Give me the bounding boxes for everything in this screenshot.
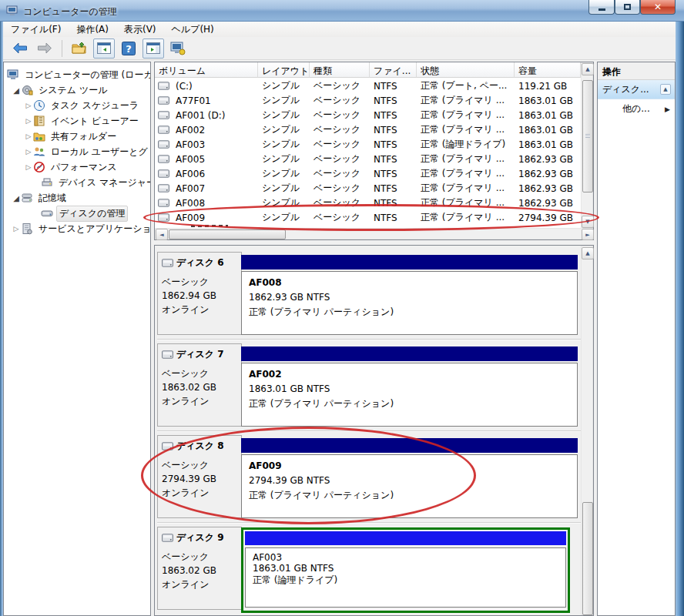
column-header-volume[interactable]: ボリューム: [155, 62, 258, 78]
disk-pane-vscrollbar[interactable]: ▲: [581, 246, 593, 615]
tree-item-performance[interactable]: ▷ パフォーマンス: [24, 159, 119, 175]
expander-collapsed-icon[interactable]: ▷: [24, 132, 33, 140]
column-header-layout[interactable]: レイアウト: [258, 62, 310, 78]
cell-volume: (C:): [172, 81, 258, 92]
cell-volume: AF002: [172, 125, 258, 136]
tree-item-computer-management[interactable]: コンピューターの管理 (ローカ: [7, 67, 151, 82]
tree-item-event-viewer[interactable]: ▷ イベント ビューアー: [24, 113, 141, 129]
cell-fs: NTFS: [370, 198, 417, 209]
menu-view[interactable]: 表示(V): [116, 22, 164, 38]
help-button[interactable]: ?: [118, 38, 139, 59]
column-header-status[interactable]: 状態: [417, 62, 515, 78]
volume-row[interactable]: (C:) シンプル ベーシック NTFS 正常 (ブート, ペー... 119.…: [155, 79, 581, 93]
disk7-partition[interactable]: AF002 1863.01 GB NTFS 正常 (プライマリ パーティション): [241, 363, 578, 427]
disk-name: ディスク 8: [176, 440, 224, 453]
open-button[interactable]: [69, 38, 90, 59]
disk8-partition[interactable]: AF009 2794.39 GB NTFS 正常 (プライマリ パーティション): [241, 454, 578, 518]
volume-row[interactable]: AF002 シンプル ベーシック NTFS 正常 (プライマリ ... 1863…: [155, 122, 581, 137]
toggle-console-tree-button[interactable]: [93, 38, 115, 59]
volume-row[interactable]: AF003 シンプル ベーシック NTFS 正常 (論理ドライブ) 1863.0…: [155, 137, 581, 152]
disk-type: ベーシック: [162, 458, 238, 472]
expander-collapsed-icon[interactable]: ▷: [12, 225, 21, 233]
disk8-info-box[interactable]: ディスク 8 ベーシック 2794.39 GB オンライン: [157, 435, 242, 518]
properties-button[interactable]: [167, 38, 189, 59]
scroll-up-button[interactable]: ▲: [582, 247, 594, 259]
actions-section-label: ディスク...: [598, 83, 649, 96]
scroll-down-button[interactable]: ▼: [582, 216, 594, 228]
volume-row[interactable]: AF005 シンプル ベーシック NTFS 正常 (プライマリ ... 1862…: [155, 152, 581, 166]
tree-item-storage[interactable]: ◢ 記憶域: [12, 190, 69, 206]
scroll-thumb[interactable]: [582, 502, 593, 615]
disk6-info-box[interactable]: ディスク 6 ベーシック 1862.94 GB オンライン: [157, 252, 242, 335]
scroll-right-button[interactable]: ►: [582, 229, 594, 240]
expander-collapsed-icon[interactable]: ▷: [24, 102, 33, 109]
toggle-action-pane-button[interactable]: [142, 38, 164, 59]
window-title: コンピューターの管理: [23, 5, 117, 18]
cell-type: ベーシック: [310, 79, 370, 92]
volume-row[interactable]: AF007 シンプル ベーシック NTFS 正常 (プライマリ ... 1862…: [155, 181, 581, 196]
app-icon: [6, 5, 18, 17]
volume-row[interactable]: AF008 シンプル ベーシック NTFS 正常 (プライマリ ... 1862…: [155, 196, 581, 210]
volume-row[interactable]: AF006 シンプル ベーシック NTFS 正常 (プライマリ ... 1862…: [155, 166, 581, 181]
partition-label: AF002: [249, 367, 577, 382]
column-header-type[interactable]: 種類: [310, 62, 370, 78]
disk-type: ベーシック: [162, 275, 238, 289]
expander-expanded-icon[interactable]: ◢: [12, 86, 21, 95]
menu-file[interactable]: ファイル(F): [3, 22, 69, 38]
volume-row-af009[interactable]: AF009 シンプル ベーシック NTFS 正常 (プライマリ ... 2794…: [155, 210, 581, 225]
column-header-capacity[interactable]: 容量: [515, 62, 581, 78]
tree-item-local-users-groups[interactable]: ▷ ローカル ユーザーとグ: [24, 144, 150, 159]
tree-item-device-manager[interactable]: デバイス マネージャー: [41, 175, 151, 190]
cell-fs: NTFS: [370, 154, 417, 165]
scroll-left-button[interactable]: ◄: [156, 229, 168, 240]
partition-size: 1862.93 GB NTFS: [249, 290, 577, 305]
expander-expanded-icon[interactable]: ◢: [12, 194, 21, 203]
close-button[interactable]: ✕: [640, 0, 676, 15]
maximize-button[interactable]: [615, 0, 640, 15]
scroll-thumb[interactable]: [169, 229, 286, 239]
expander-collapsed-icon[interactable]: ▷: [24, 117, 33, 125]
tree-item-shared-folders[interactable]: ▷ 共有フォルダー: [24, 129, 119, 144]
console-tree-icon: [97, 42, 111, 54]
collapse-section-icon[interactable]: ▲: [660, 84, 671, 95]
back-button[interactable]: [9, 38, 31, 59]
tree-item-services-applications[interactable]: ▷ サービスとアプリケーショ: [12, 221, 151, 236]
disk6-partition[interactable]: AF008 1862.93 GB NTFS 正常 (プライマリ パーティション): [241, 271, 578, 335]
actions-more-item[interactable]: 他の... ▶: [598, 99, 675, 119]
tree-item-system-tools[interactable]: ◢ システム ツール: [12, 82, 110, 98]
toolbar: ?: [3, 37, 676, 60]
cell-capacity: 1863.01 GB: [515, 139, 581, 150]
scroll-up-button[interactable]: ▲: [582, 63, 594, 75]
disk-size: 1863.02 GB: [162, 564, 238, 578]
cell-layout: シンプル: [258, 211, 310, 224]
volume-list-hscrollbar[interactable]: ◄ ►: [155, 228, 593, 239]
menu-action[interactable]: 操作(A): [69, 22, 116, 38]
actions-section-disk-management[interactable]: ディスク... ▲: [598, 80, 675, 99]
title-bar[interactable]: コンピューターの管理 ✕: [0, 0, 684, 22]
tree-label: サービスとアプリケーショ: [36, 222, 151, 236]
volume-row[interactable]: A77F01 シンプル ベーシック NTFS 正常 (プライマリ ... 186…: [155, 93, 581, 108]
minimize-button[interactable]: [588, 0, 615, 15]
cell-capacity: 1863.01 GB: [515, 110, 581, 121]
cell-capacity: 119.21 GB: [515, 81, 581, 92]
expander-collapsed-icon[interactable]: ▷: [24, 163, 33, 171]
disk9-partition[interactable]: AF003 1863.01 GB NTFS 正常 (論理ドライブ): [245, 547, 566, 608]
column-header-fs[interactable]: ファイ...: [370, 62, 417, 78]
menu-bar: ファイル(F) 操作(A) 表示(V) ヘルプ(H): [3, 22, 676, 37]
partition-status: 正常 (プライマリ パーティション): [249, 488, 577, 503]
volume-row[interactable]: AF001 (D:) シンプル ベーシック NTFS 正常 (プライマリ ...…: [155, 108, 581, 122]
disk-name: ディスク 9: [176, 531, 224, 544]
scroll-thumb[interactable]: [582, 80, 593, 192]
cell-type: ベーシック: [310, 211, 370, 224]
tree-item-task-scheduler[interactable]: ▷ タスク スケジューラ: [24, 98, 141, 113]
actions-more-label: 他の...: [598, 102, 650, 116]
tree-item-disk-management[interactable]: ディスクの管理: [41, 206, 128, 221]
back-arrow-icon: [12, 42, 28, 54]
disk9-info-box[interactable]: ディスク 9 ベーシック 1863.02 GB オンライン: [157, 527, 242, 610]
expander-collapsed-icon[interactable]: ▷: [24, 148, 33, 156]
drive-icon: [158, 155, 169, 163]
forward-button[interactable]: [34, 38, 55, 59]
menu-help[interactable]: ヘルプ(H): [164, 22, 222, 38]
disk7-info-box[interactable]: ディスク 7 ベーシック 1863.02 GB オンライン: [157, 343, 242, 427]
volume-list-vscrollbar[interactable]: ▲ ▼: [581, 62, 593, 228]
